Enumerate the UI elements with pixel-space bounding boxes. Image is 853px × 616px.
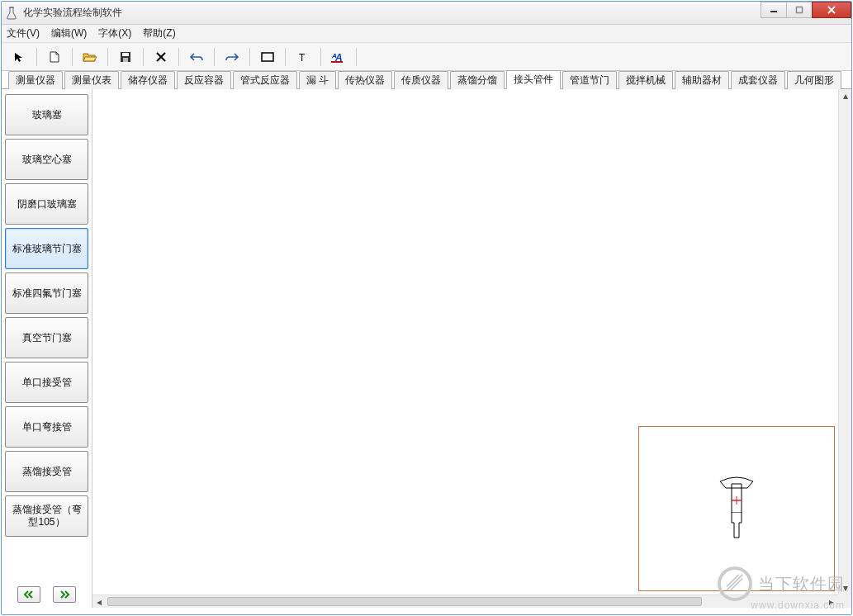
svg-rect-6	[122, 53, 129, 56]
category-tab[interactable]: 管式反应器	[233, 71, 297, 89]
svg-text:T: T	[299, 52, 306, 63]
menu-help[interactable]: 帮助(Z)	[143, 26, 175, 40]
save-button[interactable]	[113, 46, 138, 68]
category-tab[interactable]: 接头管件	[506, 70, 561, 89]
delete-button[interactable]	[149, 46, 173, 68]
menu-font[interactable]: 字体(X)	[98, 26, 131, 40]
canvas-area: ▴ ▾ ◂ ▸	[92, 89, 851, 608]
category-tab[interactable]: 测量仪器	[8, 71, 63, 89]
toolbar: T ᴬA	[2, 43, 851, 71]
category-tab[interactable]: 储存仪器	[121, 71, 175, 89]
vertical-scrollbar[interactable]: ▴ ▾	[838, 89, 851, 595]
scroll-down-icon[interactable]: ▾	[839, 581, 851, 595]
category-tab[interactable]: 反应容器	[177, 71, 231, 89]
shape-button[interactable]: 玻璃空心塞	[5, 139, 88, 180]
shape-palette: 玻璃塞玻璃空心塞阴磨口玻璃塞标准玻璃节门塞标准四氟节门塞真空节门塞单口接受管单口…	[2, 89, 92, 608]
svg-rect-7	[123, 58, 128, 62]
pointer-tool[interactable]	[7, 46, 31, 68]
undo-button[interactable]	[184, 46, 209, 68]
category-tabs: 测量仪器测量仪表储存仪器反应容器管式反应器漏 斗传热仪器传质仪器蒸馏分馏接头管件…	[2, 71, 851, 89]
shape-button[interactable]: 标准四氟节门塞	[5, 272, 88, 314]
shape-button[interactable]: 单口接受管	[5, 362, 88, 403]
app-icon	[5, 7, 18, 20]
rect-tool[interactable]	[255, 46, 280, 68]
scroll-right-icon[interactable]: ▸	[825, 595, 838, 608]
shape-button[interactable]: 真空节门塞	[5, 317, 88, 358]
svg-rect-2	[797, 7, 803, 13]
palette-prev-button[interactable]	[17, 586, 40, 603]
scroll-thumb[interactable]	[107, 597, 702, 606]
menu-edit[interactable]: 编辑(W)	[51, 26, 87, 40]
category-tab[interactable]: 管道节门	[562, 71, 617, 89]
shape-button[interactable]: 单口弯接管	[5, 406, 88, 448]
new-button[interactable]	[42, 46, 67, 68]
canvas[interactable]	[92, 89, 838, 595]
category-tab[interactable]: 漏 斗	[299, 71, 336, 89]
category-tab[interactable]: 蒸馏分馏	[450, 71, 505, 89]
open-button[interactable]	[78, 46, 102, 68]
shape-button[interactable]: 玻璃塞	[5, 94, 88, 135]
text-tool[interactable]: T	[291, 46, 315, 68]
preview-panel	[638, 426, 835, 591]
category-tab[interactable]: 成套仪器	[731, 71, 785, 89]
scroll-up-icon[interactable]: ▴	[839, 89, 851, 102]
category-tab[interactable]: 测量仪表	[64, 71, 119, 89]
close-button[interactable]	[812, 2, 851, 18]
svg-rect-0	[9, 7, 14, 7]
window-title: 化学实验流程绘制软件	[23, 6, 848, 20]
horizontal-scrollbar[interactable]: ◂ ▸	[92, 595, 838, 608]
menu-bar: 文件(V) 编辑(W) 字体(X) 帮助(Z)	[2, 25, 851, 43]
format-tool[interactable]: ᴬA	[326, 46, 351, 68]
menu-file[interactable]: 文件(V)	[7, 26, 40, 40]
maximize-button[interactable]	[786, 2, 813, 18]
scroll-left-icon[interactable]: ◂	[92, 595, 106, 608]
category-tab[interactable]: 传质仪器	[394, 71, 448, 89]
shape-button[interactable]: 蒸馏接受管	[5, 451, 88, 492]
category-tab[interactable]: 传热仪器	[338, 71, 392, 89]
palette-next-button[interactable]	[53, 586, 76, 603]
shape-button[interactable]: 阴磨口玻璃塞	[5, 183, 88, 225]
category-tab[interactable]: 搅拌机械	[618, 71, 673, 89]
svg-rect-10	[262, 53, 273, 61]
minimize-button[interactable]	[761, 2, 787, 18]
shape-button[interactable]: 蒸馏接受管（弯型105）	[5, 495, 88, 537]
redo-button[interactable]	[220, 46, 244, 68]
title-bar: 化学实验流程绘制软件	[2, 2, 851, 25]
category-tab[interactable]: 辅助器材	[675, 71, 729, 89]
stopper-preview-icon	[712, 471, 761, 546]
shape-button[interactable]: 标准玻璃节门塞	[5, 228, 88, 269]
category-tab[interactable]: 几何图形	[787, 71, 841, 89]
